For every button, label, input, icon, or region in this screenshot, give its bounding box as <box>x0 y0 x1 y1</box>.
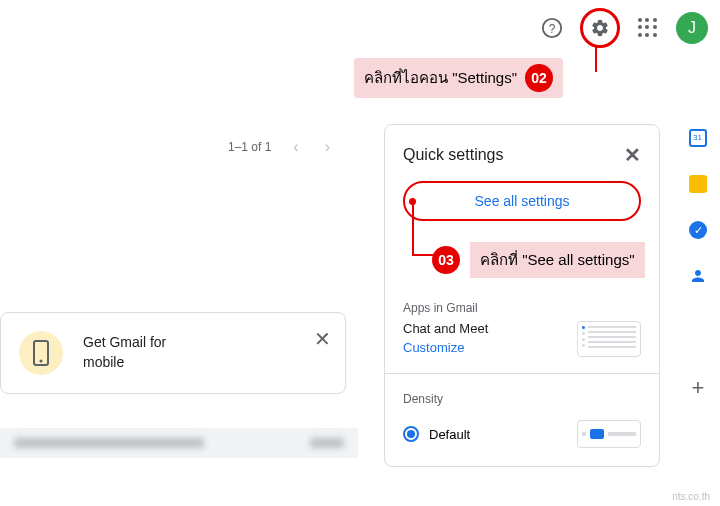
density-preview[interactable] <box>577 420 641 448</box>
list-header: 1–1 of 1 ‹ › <box>0 124 358 170</box>
add-icon[interactable]: + <box>688 378 708 398</box>
close-icon[interactable]: ✕ <box>314 327 331 351</box>
promo-text: Get Gmail for mobile <box>83 333 166 372</box>
step-badge: 02 <box>525 64 553 92</box>
calendar-icon[interactable] <box>688 128 708 148</box>
tasks-icon[interactable]: ✓ <box>688 220 708 240</box>
keep-icon[interactable] <box>688 174 708 194</box>
next-icon[interactable]: › <box>321 134 334 160</box>
customize-link[interactable]: Customize <box>403 340 488 355</box>
help-icon[interactable]: ? <box>536 12 568 44</box>
callout-text: คลิกที่ไอคอน "Settings" <box>364 66 517 90</box>
density-default-label: Default <box>429 427 470 442</box>
message-list-panel: 1–1 of 1 ‹ › Get Gmail for mobile ✕ <box>0 124 358 458</box>
see-all-settings-button[interactable]: See all settings <box>403 181 641 221</box>
prev-icon[interactable]: ‹ <box>289 134 302 160</box>
mobile-icon <box>19 331 63 375</box>
promo-line1: Get Gmail for <box>83 333 166 353</box>
step-badge: 03 <box>432 246 460 274</box>
watermark: nts.co.th <box>672 491 710 502</box>
callout-step-03: 03 คลิกที่ "See all settings" <box>432 242 645 278</box>
chat-meet-preview[interactable] <box>577 321 641 357</box>
callout-line <box>595 46 597 72</box>
avatar[interactable]: J <box>676 12 708 44</box>
divider <box>385 373 659 374</box>
right-rail: ✓ + <box>688 128 708 398</box>
callout-line <box>412 201 414 254</box>
close-icon[interactable]: ✕ <box>624 143 641 167</box>
callout-step-02: คลิกที่ไอคอน "Settings" 02 <box>354 58 563 98</box>
promo-card: Get Gmail for mobile ✕ <box>0 312 346 394</box>
blurred-message-row[interactable] <box>0 428 358 458</box>
panel-title: Quick settings <box>403 146 503 164</box>
chat-meet-label: Chat and Meet <box>403 321 488 336</box>
density-default-radio[interactable]: Default <box>403 426 470 442</box>
quick-settings-panel: Quick settings ✕ See all settings Apps i… <box>384 124 660 467</box>
callout-text: คลิกที่ "See all settings" <box>470 242 645 278</box>
apps-icon[interactable] <box>632 12 664 44</box>
contacts-icon[interactable] <box>688 266 708 286</box>
apps-section-label: Apps in Gmail <box>403 301 641 315</box>
gear-icon[interactable] <box>584 12 616 44</box>
promo-line2: mobile <box>83 353 166 373</box>
pagination-text: 1–1 of 1 <box>228 140 271 154</box>
svg-point-3 <box>40 360 43 363</box>
svg-text:?: ? <box>549 22 556 36</box>
settings-icon-highlight <box>580 8 620 48</box>
density-section-label: Density <box>403 392 641 406</box>
